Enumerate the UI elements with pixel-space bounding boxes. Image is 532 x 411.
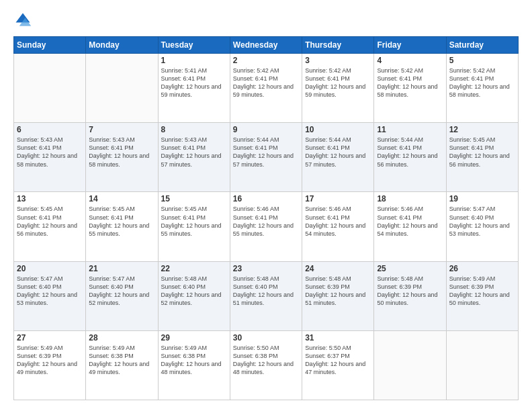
- day-number: 29: [161, 333, 227, 342]
- day-detail: Sunrise: 5:49 AMSunset: 6:38 PMDaylight:…: [89, 344, 154, 377]
- day-number: 17: [305, 194, 371, 203]
- calendar-cell: 30Sunrise: 5:50 AMSunset: 6:38 PMDayligh…: [230, 330, 302, 400]
- day-number: 1: [161, 56, 227, 65]
- calendar-cell: 15Sunrise: 5:45 AMSunset: 6:41 PMDayligh…: [158, 192, 230, 261]
- day-number: 22: [161, 264, 227, 273]
- day-number: 19: [449, 194, 515, 203]
- day-number: 16: [233, 194, 299, 203]
- day-number: 5: [449, 56, 515, 65]
- day-detail: Sunrise: 5:43 AMSunset: 6:41 PMDaylight:…: [161, 136, 227, 169]
- calendar-header-thursday: Thursday: [302, 37, 374, 54]
- day-detail: Sunrise: 5:50 AMSunset: 6:37 PMDaylight:…: [305, 344, 371, 377]
- calendar-cell: 25Sunrise: 5:48 AMSunset: 6:39 PMDayligh…: [374, 261, 446, 330]
- day-detail: Sunrise: 5:48 AMSunset: 6:40 PMDaylight:…: [233, 275, 299, 308]
- day-number: 24: [305, 264, 371, 273]
- calendar-cell: 3Sunrise: 5:42 AMSunset: 6:41 PMDaylight…: [302, 54, 374, 123]
- calendar-table: SundayMondayTuesdayWednesdayThursdayFrid…: [13, 36, 519, 400]
- calendar-header-row: SundayMondayTuesdayWednesdayThursdayFrid…: [14, 37, 519, 54]
- header: [13, 11, 519, 30]
- calendar-cell: 14Sunrise: 5:45 AMSunset: 6:41 PMDayligh…: [86, 192, 158, 261]
- day-detail: Sunrise: 5:41 AMSunset: 6:41 PMDaylight:…: [161, 66, 227, 99]
- day-detail: Sunrise: 5:47 AMSunset: 6:40 PMDaylight:…: [17, 275, 83, 308]
- day-detail: Sunrise: 5:49 AMSunset: 6:38 PMDaylight:…: [161, 344, 227, 377]
- day-detail: Sunrise: 5:46 AMSunset: 6:41 PMDaylight:…: [233, 205, 299, 238]
- calendar-week-3: 13Sunrise: 5:45 AMSunset: 6:41 PMDayligh…: [14, 192, 519, 261]
- day-detail: Sunrise: 5:45 AMSunset: 6:41 PMDaylight:…: [17, 205, 83, 238]
- day-number: 12: [449, 125, 515, 134]
- logo-icon: [13, 11, 32, 30]
- day-number: 4: [377, 56, 443, 65]
- day-detail: Sunrise: 5:42 AMSunset: 6:41 PMDaylight:…: [377, 66, 443, 99]
- calendar-week-1: 1Sunrise: 5:41 AMSunset: 6:41 PMDaylight…: [14, 54, 519, 123]
- calendar-cell: 10Sunrise: 5:44 AMSunset: 6:41 PMDayligh…: [302, 123, 374, 192]
- calendar-cell: 8Sunrise: 5:43 AMSunset: 6:41 PMDaylight…: [158, 123, 230, 192]
- day-number: 20: [17, 264, 83, 273]
- calendar-cell: 17Sunrise: 5:46 AMSunset: 6:41 PMDayligh…: [302, 192, 374, 261]
- calendar-cell: 22Sunrise: 5:48 AMSunset: 6:40 PMDayligh…: [158, 261, 230, 330]
- day-detail: Sunrise: 5:50 AMSunset: 6:38 PMDaylight:…: [233, 344, 299, 377]
- calendar-cell: 24Sunrise: 5:48 AMSunset: 6:39 PMDayligh…: [302, 261, 374, 330]
- day-number: 28: [89, 333, 154, 342]
- calendar-header-monday: Monday: [86, 37, 158, 54]
- day-detail: Sunrise: 5:42 AMSunset: 6:41 PMDaylight:…: [449, 66, 515, 99]
- calendar-cell: 9Sunrise: 5:44 AMSunset: 6:41 PMDaylight…: [230, 123, 302, 192]
- day-detail: Sunrise: 5:42 AMSunset: 6:41 PMDaylight:…: [233, 66, 299, 99]
- day-detail: Sunrise: 5:47 AMSunset: 6:40 PMDaylight:…: [89, 275, 154, 308]
- day-number: 13: [17, 194, 83, 203]
- day-detail: Sunrise: 5:43 AMSunset: 6:41 PMDaylight:…: [17, 136, 83, 169]
- day-detail: Sunrise: 5:48 AMSunset: 6:40 PMDaylight:…: [161, 275, 227, 308]
- day-number: 6: [17, 125, 83, 134]
- calendar-cell: 28Sunrise: 5:49 AMSunset: 6:38 PMDayligh…: [86, 330, 158, 400]
- calendar-cell: 21Sunrise: 5:47 AMSunset: 6:40 PMDayligh…: [86, 261, 158, 330]
- calendar-cell: 18Sunrise: 5:46 AMSunset: 6:41 PMDayligh…: [374, 192, 446, 261]
- calendar-cell: 5Sunrise: 5:42 AMSunset: 6:41 PMDaylight…: [446, 54, 518, 123]
- day-detail: Sunrise: 5:46 AMSunset: 6:41 PMDaylight:…: [305, 205, 371, 238]
- calendar-cell: [86, 54, 158, 123]
- day-number: 23: [233, 264, 299, 273]
- calendar-cell: 27Sunrise: 5:49 AMSunset: 6:39 PMDayligh…: [14, 330, 86, 400]
- day-number: 31: [305, 333, 371, 342]
- calendar-cell: 6Sunrise: 5:43 AMSunset: 6:41 PMDaylight…: [14, 123, 86, 192]
- day-number: 14: [89, 194, 154, 203]
- calendar-cell: 1Sunrise: 5:41 AMSunset: 6:41 PMDaylight…: [158, 54, 230, 123]
- logo: [13, 11, 35, 30]
- day-number: 3: [305, 56, 371, 65]
- calendar-cell: 31Sunrise: 5:50 AMSunset: 6:37 PMDayligh…: [302, 330, 374, 400]
- calendar-cell: 13Sunrise: 5:45 AMSunset: 6:41 PMDayligh…: [14, 192, 86, 261]
- calendar-week-4: 20Sunrise: 5:47 AMSunset: 6:40 PMDayligh…: [14, 261, 519, 330]
- day-detail: Sunrise: 5:45 AMSunset: 6:41 PMDaylight:…: [449, 136, 515, 169]
- calendar-cell: 2Sunrise: 5:42 AMSunset: 6:41 PMDaylight…: [230, 54, 302, 123]
- calendar-cell: 4Sunrise: 5:42 AMSunset: 6:41 PMDaylight…: [374, 54, 446, 123]
- day-detail: Sunrise: 5:47 AMSunset: 6:40 PMDaylight:…: [449, 205, 515, 238]
- calendar-header-sunday: Sunday: [14, 37, 86, 54]
- calendar-cell: 23Sunrise: 5:48 AMSunset: 6:40 PMDayligh…: [230, 261, 302, 330]
- calendar-header-wednesday: Wednesday: [230, 37, 302, 54]
- day-number: 11: [377, 125, 443, 134]
- calendar-cell: 12Sunrise: 5:45 AMSunset: 6:41 PMDayligh…: [446, 123, 518, 192]
- day-number: 18: [377, 194, 443, 203]
- calendar-header-saturday: Saturday: [446, 37, 518, 54]
- calendar-cell: 26Sunrise: 5:49 AMSunset: 6:39 PMDayligh…: [446, 261, 518, 330]
- day-detail: Sunrise: 5:49 AMSunset: 6:39 PMDaylight:…: [449, 275, 515, 308]
- page: SundayMondayTuesdayWednesdayThursdayFrid…: [0, 0, 532, 411]
- day-detail: Sunrise: 5:48 AMSunset: 6:39 PMDaylight:…: [377, 275, 443, 308]
- day-detail: Sunrise: 5:44 AMSunset: 6:41 PMDaylight:…: [377, 136, 443, 169]
- calendar-cell: 7Sunrise: 5:43 AMSunset: 6:41 PMDaylight…: [86, 123, 158, 192]
- calendar-cell: [374, 330, 446, 400]
- calendar-cell: 16Sunrise: 5:46 AMSunset: 6:41 PMDayligh…: [230, 192, 302, 261]
- day-detail: Sunrise: 5:43 AMSunset: 6:41 PMDaylight:…: [89, 136, 154, 169]
- day-number: 9: [233, 125, 299, 134]
- day-number: 8: [161, 125, 227, 134]
- day-number: 27: [17, 333, 83, 342]
- day-number: 2: [233, 56, 299, 65]
- calendar-cell: 20Sunrise: 5:47 AMSunset: 6:40 PMDayligh…: [14, 261, 86, 330]
- day-number: 7: [89, 125, 154, 134]
- day-detail: Sunrise: 5:45 AMSunset: 6:41 PMDaylight:…: [89, 205, 154, 238]
- calendar-cell: [14, 54, 86, 123]
- day-detail: Sunrise: 5:44 AMSunset: 6:41 PMDaylight:…: [305, 136, 371, 169]
- day-number: 26: [449, 264, 515, 273]
- day-detail: Sunrise: 5:42 AMSunset: 6:41 PMDaylight:…: [305, 66, 371, 99]
- day-detail: Sunrise: 5:48 AMSunset: 6:39 PMDaylight:…: [305, 275, 371, 308]
- calendar-cell: [446, 330, 518, 400]
- day-number: 15: [161, 194, 227, 203]
